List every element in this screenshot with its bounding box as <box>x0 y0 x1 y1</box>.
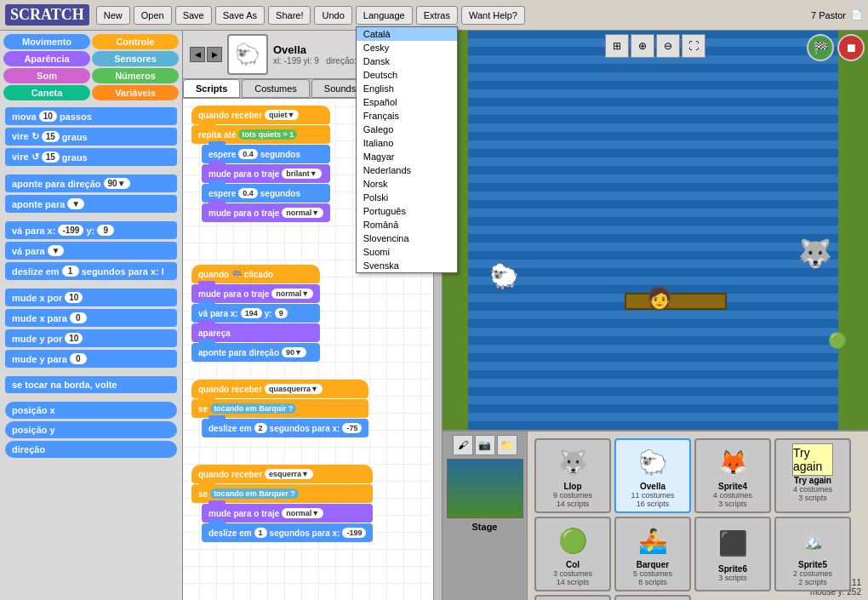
open-button[interactable]: Open <box>134 6 172 25</box>
game-platform <box>625 293 727 310</box>
sprite-card-ovella[interactable]: 🐑 Ovella 11 costumes16 scripts <box>614 438 691 513</box>
sprite-card-sprite4[interactable]: 🦊 Sprite4 4 costumes3 scripts <box>694 438 771 513</box>
cat-som[interactable]: Som <box>3 68 90 83</box>
stage-resize-normal[interactable]: ⊞ <box>605 34 629 58</box>
sprite-card-sprite5[interactable]: 🏔️ Sprite5 2 costumes2 scripts <box>774 517 851 591</box>
lang-option-galego[interactable]: Galego <box>357 123 457 136</box>
lang-option-slovencina[interactable]: Slovencina <box>357 231 457 245</box>
block-aponte-direcao[interactable]: aponte para direção 90▼ <box>5 174 177 192</box>
stage-fullscreen[interactable]: ⛶ <box>682 34 705 58</box>
sprite-img-sprite6: ⬛ <box>711 522 754 564</box>
stage-resize-toolbar: ⊞ ⊕ ⊖ ⛶ <box>605 34 705 58</box>
user-name: 7 Pastor <box>811 10 846 20</box>
sprite-card-start[interactable]: START Start 4 costumes4 scripts <box>614 595 691 600</box>
ws-block-aponte-90[interactable]: aponte para direção 90▼ <box>191 343 320 362</box>
undo-button[interactable]: Undo <box>314 6 351 25</box>
cat-numeros[interactable]: Números <box>92 68 179 83</box>
lang-option-magyar[interactable]: Magyar <box>357 150 457 163</box>
ws-block-deslize-199[interactable]: deslize em 1 segundos para x: -199 <box>202 523 373 542</box>
lang-option-nederlands[interactable]: Nederlands <box>357 163 457 177</box>
sprite-card-tryagain[interactable]: Try again Try again 4 costumes3 scripts <box>774 438 851 513</box>
sprite-paint-tool[interactable]: 🖌 <box>453 435 473 455</box>
panel-collapse-btn[interactable]: ◀ <box>190 47 205 62</box>
lang-option-deutsch[interactable]: Deutsch <box>357 68 457 82</box>
block-mude-x-por[interactable]: mude x por 10 <box>5 289 177 306</box>
lang-option-catala[interactable]: Català <box>357 27 457 41</box>
lang-option-svenska[interactable]: Svenska <box>357 259 457 272</box>
cat-sensores[interactable]: Sensores <box>92 51 179 66</box>
block-posicao-x[interactable]: posição x <box>5 402 177 419</box>
lang-option-suomi[interactable]: Suomi <box>357 245 457 259</box>
cat-controle[interactable]: Controle <box>92 34 179 49</box>
cat-caneta[interactable]: Caneta <box>3 85 90 100</box>
new-button[interactable]: New <box>96 6 130 25</box>
cat-movimento[interactable]: Movimento <box>3 34 90 49</box>
cat-aparencia[interactable]: Aparência <box>3 51 90 66</box>
lang-option-norsk[interactable]: Norsk <box>357 177 457 191</box>
sprite-photo-tool[interactable]: 📷 <box>475 435 495 455</box>
sprite-info-llop: 9 costumes14 scripts <box>553 491 592 508</box>
lang-option-english[interactable]: English <box>357 82 457 95</box>
lang-option-francais[interactable]: Français <box>357 109 457 123</box>
block-mude-y-por[interactable]: mude y por 10 <box>5 329 177 347</box>
game-water <box>443 31 868 430</box>
lang-option-italiano[interactable]: Italiano <box>357 136 457 150</box>
help-button[interactable]: Want Help? <box>461 6 525 25</box>
right-panel: 🐑 🐺 🧑 🟢 ⊞ ⊕ ⊖ ⛶ 🏁 ⏹ <box>443 31 868 600</box>
block-vire-cw[interactable]: vire ↻ 15 graus <box>5 128 177 146</box>
lang-option-portugues[interactable]: Português <box>357 204 457 218</box>
sprite-preview-icon: 🐑 <box>227 34 268 75</box>
tab-costumes[interactable]: Costumes <box>242 79 310 98</box>
ws-block-receber-esquerra[interactable]: quando receber esquerra▼ <box>191 465 373 483</box>
lang-option-espanol[interactable]: Español <box>357 95 457 109</box>
panel-expand-btn[interactable]: ▶ <box>207 47 222 62</box>
language-dropdown: Català Cesky Dansk Deutsch English Españ… <box>356 26 458 273</box>
stage-zoom-in[interactable]: ⊕ <box>631 34 654 58</box>
sprite-card-barquer[interactable]: 🚣 Barquer 5 costumes8 scripts <box>614 517 691 591</box>
tab-scripts[interactable]: Scripts <box>183 79 240 98</box>
sprite-name-sprite6: Sprite6 <box>718 564 747 574</box>
block-posicao-y[interactable]: posição y <box>5 421 177 438</box>
blocks-list: mova 10 passos vire ↻ 15 graus vire ↺ 15… <box>0 104 182 600</box>
block-va-para-xy[interactable]: vá para x: -199 y: 9 <box>5 221 177 239</box>
lang-option-dansk[interactable]: Dansk <box>357 54 457 68</box>
extras-button[interactable]: Extras <box>416 6 458 25</box>
block-borda[interactable]: se tocar na borda, volte <box>5 376 177 393</box>
stage-label: Stage <box>472 522 498 532</box>
sprite-img-sprite5: 🏔️ <box>791 522 834 560</box>
block-aponte-para[interactable]: aponte para ▼ <box>5 195 177 213</box>
block-mude-x-para[interactable]: mude x para 0 <box>5 309 177 327</box>
stage-thumb-preview <box>447 459 523 518</box>
stage-zoom-out[interactable]: ⊖ <box>656 34 680 58</box>
save-as-button[interactable]: Save As <box>215 6 265 25</box>
ws-block-deslize-75[interactable]: deslize em 2 segundos para x: -75 <box>202 419 368 437</box>
sprite-info-barquer: 5 costumes8 scripts <box>633 569 672 586</box>
green-flag-button[interactable]: 🏁 <box>807 34 834 61</box>
sprite-info-ovella: 11 costumes16 scripts <box>631 491 674 508</box>
block-mude-y-para[interactable]: mude y para 0 <box>5 350 177 368</box>
sprite-file-tool[interactable]: 📁 <box>497 435 517 455</box>
save-button[interactable]: Save <box>175 6 212 25</box>
sprite-card-col[interactable]: 🟢 Col 3 costumes14 scripts <box>534 517 611 591</box>
sprite-card-idioma[interactable]: De Natia Idioma 2 costumes3 scripts <box>534 595 611 600</box>
lang-option-cesky[interactable]: Cesky <box>357 41 457 54</box>
ws-block-traje-normal-3[interactable]: mude para o traje normal▼ <box>202 504 373 523</box>
block-va-para[interactable]: vá para ▼ <box>5 242 177 260</box>
ws-block-receber-quasquerra[interactable]: quando receber quasquerra▼ <box>191 380 368 398</box>
sprite-info-tryagain: 4 costumes3 scripts <box>793 485 832 502</box>
share-button[interactable]: Share! <box>268 6 311 25</box>
sprite-img-sprite4: 🦊 <box>711 443 754 482</box>
lang-option-romana[interactable]: Română <box>357 218 457 231</box>
sprite-card-llop[interactable]: 🐺 Llop 9 costumes14 scripts <box>534 438 611 513</box>
app-title: SCRATCH <box>5 4 89 26</box>
block-deslize[interactable]: deslize em 1 segundos para x: l <box>5 262 177 280</box>
sprite-card-sprite6[interactable]: ⬛ Sprite6 3 scripts <box>694 517 771 591</box>
block-vire-ccw[interactable]: vire ↺ 15 graus <box>5 148 177 166</box>
language-button[interactable]: Language <box>356 6 413 25</box>
stop-button[interactable]: ⏹ <box>837 34 865 61</box>
cat-variaveis[interactable]: Variáveis <box>92 85 179 100</box>
block-mova[interactable]: mova 10 passos <box>5 107 177 125</box>
lang-option-polski[interactable]: Polski <box>357 191 457 204</box>
ws-block-traje-normal-1[interactable]: mude para o traje normal▼ <box>202 203 330 222</box>
block-direcao[interactable]: direção <box>5 441 177 458</box>
